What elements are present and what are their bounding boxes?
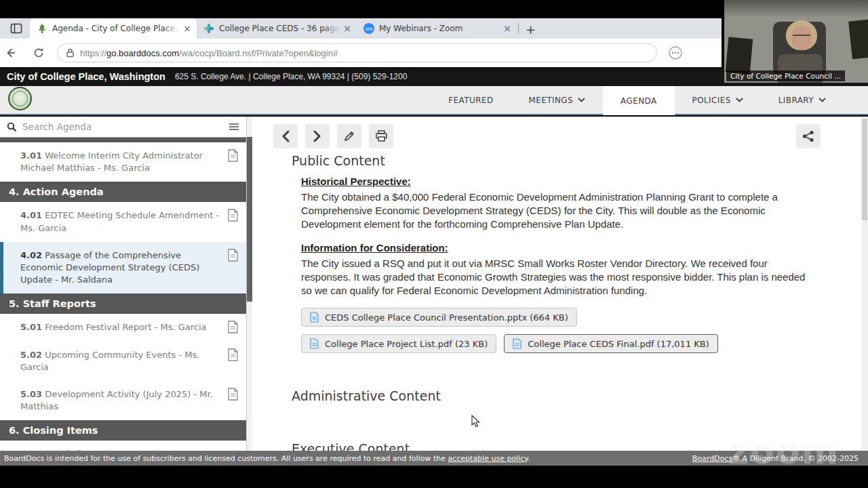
back-icon <box>3 46 17 60</box>
agenda-item-5-01[interactable]: 5.01 Freedom Festival Report - Ms. Garci… <box>0 314 246 341</box>
doc-icon <box>228 209 238 222</box>
doc-icon <box>228 149 238 162</box>
agenda-item-3-01[interactable]: 3.01 Welcome Interim City Administrator … <box>0 142 246 182</box>
detail-toolbar <box>273 124 393 148</box>
browser-toolbar: https://go.boarddocs.com/wa/cocp/Board.n… <box>0 39 722 67</box>
video-shade <box>724 0 868 18</box>
doc-icon <box>228 348 238 361</box>
browser-tab-strip: Agenda - City of College Place, W × Coll… <box>0 18 722 39</box>
site-address: 625 S. College Ave. | College Place, WA … <box>175 72 407 81</box>
search-icon <box>7 122 17 132</box>
sidebar-scrollbar[interactable] <box>247 117 252 451</box>
share-icon <box>802 130 814 142</box>
lock-icon <box>66 48 75 58</box>
close-icon[interactable]: × <box>183 24 191 33</box>
edit-icon <box>343 130 355 142</box>
agenda-item-4-02-selected[interactable]: 4.02 Passage of the Comprehensive Econom… <box>0 242 246 294</box>
tab-title: College Place CEDS - 36 pages ne <box>219 24 339 33</box>
site-title: City of College Place, Washington <box>7 71 165 82</box>
main-nav: FEATURED MEETINGS AGENDA POLICIES LIBRAR… <box>0 86 868 115</box>
next-item-button[interactable] <box>305 124 330 148</box>
search-input[interactable] <box>22 121 223 132</box>
agenda-section-6[interactable]: 6. Closing Items <box>0 420 246 441</box>
chevron-down-icon <box>578 98 585 102</box>
tab-separator <box>518 23 519 34</box>
url-host: go.boarddocs.com <box>106 48 179 58</box>
attachment-project-list-pdf[interactable]: College Place Project List.pdf (23 KB) <box>301 334 496 353</box>
chevron-left-icon <box>281 130 290 142</box>
public-content-heading: Public Content <box>292 153 814 168</box>
historical-perspective-heading: Historical Perspective: <box>301 176 814 187</box>
section-header-partial <box>0 138 246 142</box>
prev-item-button[interactable] <box>273 124 298 148</box>
content-area: 3.01 Welcome Interim City Administrator … <box>0 117 868 451</box>
agenda-section-5[interactable]: 5. Staff Reports <box>0 293 246 314</box>
main-scrollbar[interactable] <box>861 117 868 451</box>
search-row <box>0 117 246 138</box>
tab-overview-icon <box>10 22 22 35</box>
agenda-item-5-03[interactable]: 5.03 Development Activity (July 2025) - … <box>0 381 246 420</box>
city-seal-logo[interactable] <box>8 87 32 110</box>
print-icon <box>375 130 388 142</box>
information-heading: Information for Consideration: <box>301 242 814 253</box>
new-tab-button[interactable]: + <box>526 24 536 36</box>
attachment-pptx[interactable]: CEDS College Place Council Presentation.… <box>301 308 577 327</box>
attachment-doc-icon <box>513 338 521 349</box>
boarddocs-link[interactable]: BoardDocs <box>692 454 732 463</box>
monitor-left <box>726 37 753 75</box>
nav-agenda[interactable]: AGENDA <box>603 86 675 115</box>
tab-ceds-pdf[interactable]: College Place CEDS - 36 pages ne × <box>197 18 357 39</box>
menu-icon[interactable] <box>229 123 239 131</box>
address-bar[interactable]: https://go.boarddocs.com/wa/cocp/Board.n… <box>57 43 657 62</box>
attachments: CEDS College Place Council Presentation.… <box>301 308 776 353</box>
zoom-video-tile[interactable]: City of College Place Council ... <box>724 0 868 83</box>
nav-meetings[interactable]: MEETINGS <box>511 86 603 114</box>
agenda-item-4-01[interactable]: 4.01 EDTEC Meeting Schedule Amendment - … <box>0 202 246 241</box>
tab-overview-button[interactable] <box>8 21 24 36</box>
zoom-watermark: zoom <box>728 431 840 472</box>
print-button[interactable] <box>369 124 393 148</box>
historical-perspective-body: The City obtained a $40,000 Federal Econ… <box>301 190 814 231</box>
doc-icon <box>228 321 238 333</box>
refresh-button[interactable] <box>28 47 49 59</box>
monitor-right <box>848 20 868 60</box>
information-body: The City issued a RSQ and put it out via… <box>301 257 814 298</box>
refresh-icon <box>33 47 45 59</box>
chevron-down-icon <box>818 98 826 102</box>
chevron-down-icon <box>736 98 743 102</box>
administrative-content-heading: Administrative Content <box>292 388 814 403</box>
agenda-detail-panel: Public Content Historical Perspective: T… <box>253 117 861 451</box>
tab-agenda[interactable]: Agenda - City of College Place, W × <box>30 18 197 39</box>
zoom-app-icon: zm <box>363 23 374 34</box>
more-options-button[interactable] <box>668 45 683 60</box>
pinwheel-icon <box>203 23 214 34</box>
tab-zoom[interactable]: zm My Webinars - Zoom × <box>357 18 517 39</box>
url-scheme: https:// <box>80 48 106 58</box>
close-icon[interactable]: × <box>343 24 351 33</box>
agenda-item-6-01[interactable]: 6.01 Conclude <box>0 441 246 451</box>
acceptable-use-policy-link[interactable]: acceptable use policy <box>448 454 528 463</box>
nav-featured[interactable]: FEATURED <box>431 86 511 114</box>
doc-icon <box>228 249 238 262</box>
agenda-section-4[interactable]: 4. Action Agenda <box>0 182 246 202</box>
agenda-sidebar: 3.01 Welcome Interim City Administrator … <box>0 117 247 451</box>
participant-name-label: City of College Place Council ... <box>726 70 845 81</box>
attachment-doc-icon <box>310 338 319 349</box>
nav-library[interactable]: LIBRARY <box>761 86 844 114</box>
tree-icon <box>37 23 47 34</box>
screen: Agenda - City of College Place, W × Coll… <box>0 0 868 488</box>
share-button[interactable] <box>796 124 821 148</box>
edit-button[interactable] <box>337 124 361 148</box>
attachment-ceds-final-pdf[interactable]: College Place CEDS Final.pdf (17,011 KB) <box>504 334 718 353</box>
agenda-item-5-02[interactable]: 5.02 Upcoming Community Events - Ms. Gar… <box>0 342 246 381</box>
back-button[interactable] <box>0 46 20 60</box>
sidebar-scrollbar-thumb[interactable] <box>247 137 252 302</box>
close-icon[interactable]: × <box>503 24 511 33</box>
more-options-icon <box>668 45 683 60</box>
cursor-pointer <box>471 415 480 428</box>
main-scrollbar-thumb[interactable] <box>862 119 867 220</box>
url-path: /wa/cocp/Board.nsf/Private?open&login# <box>179 48 338 58</box>
tab-title: Agenda - City of College Place, W <box>52 24 179 33</box>
nav-policies[interactable]: POLICIES <box>675 86 761 114</box>
footer-left: BoardDocs is intended for the use of sub… <box>4 454 530 463</box>
